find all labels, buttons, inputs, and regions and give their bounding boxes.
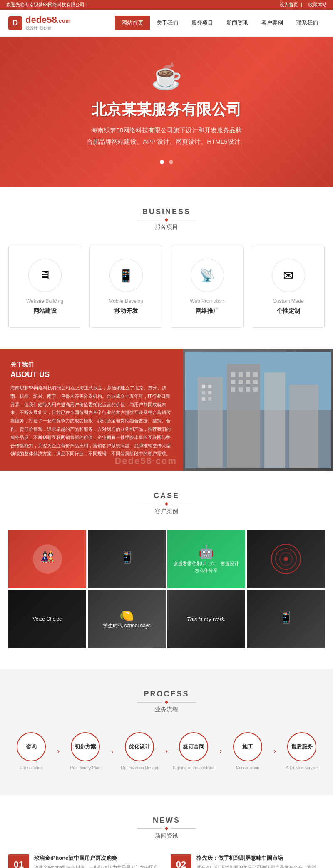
process-title-en: PROCESS bbox=[8, 690, 325, 698]
promotion-en: Web Promotion bbox=[177, 298, 237, 304]
process-step-2: 初步方案 Preliminary Plan bbox=[62, 732, 108, 770]
svg-rect-8 bbox=[202, 391, 205, 394]
hero-title: 北京某某服务有限公司 bbox=[8, 100, 325, 120]
about-text: 关于我们 ABOUT US 海南织梦58网络科技有限公司在上海正式成立，并陆续建… bbox=[0, 349, 183, 471]
hero-dot-2[interactable] bbox=[169, 160, 173, 164]
hero-dot-1[interactable] bbox=[160, 160, 164, 164]
main-nav: 网站首页 关于我们 服务项目 新闻资讯 客户案例 联系我们 bbox=[115, 16, 325, 30]
process-step-3: 优化设计 Optimization Design bbox=[117, 732, 162, 770]
case-2-icon: 📱 bbox=[110, 542, 144, 576]
business-title-zh: 服务项目 bbox=[8, 224, 325, 231]
svg-rect-17 bbox=[239, 380, 243, 384]
svg-rect-21 bbox=[239, 387, 243, 392]
case-2-inner: 📱 bbox=[88, 530, 166, 588]
news-title-zh: 新闻资讯 bbox=[8, 832, 325, 840]
svg-rect-20 bbox=[231, 387, 235, 392]
case-item-8[interactable]: 📱 bbox=[247, 590, 325, 648]
case-6-content: 🍋 学生时代 school days bbox=[103, 609, 151, 629]
business-section-title: BUSINESS 服务项目 bbox=[8, 207, 325, 231]
case-7-inner: This is my work. bbox=[167, 590, 245, 648]
step-arrow-4: › bbox=[216, 747, 225, 756]
case-item-6[interactable]: 🍋 学生时代 school days bbox=[88, 590, 166, 648]
step-circle-1: 咨询 bbox=[17, 732, 46, 761]
top-bar: 欢迎光临海南织梦58网络科技有限公司！ 设为首页 ｜ 收藏本站 bbox=[0, 0, 333, 10]
nav-services[interactable]: 服务项目 bbox=[185, 16, 220, 30]
about-inner: 关于我们 ABOUT US 海南织梦58网络科技有限公司在上海正式成立，并陆续建… bbox=[0, 349, 333, 471]
nav-about[interactable]: 关于我们 bbox=[150, 16, 185, 30]
about-image bbox=[183, 349, 333, 471]
case-item-2[interactable]: 📱 bbox=[88, 530, 166, 588]
svg-rect-4 bbox=[264, 372, 285, 468]
case-5-text: Voice Choice bbox=[32, 616, 62, 622]
svg-rect-19 bbox=[253, 380, 258, 384]
svg-rect-14 bbox=[246, 372, 250, 377]
svg-rect-12 bbox=[231, 372, 235, 377]
case-item-7[interactable]: This is my work. bbox=[167, 590, 245, 648]
logo-brand: dede58.com bbox=[25, 15, 71, 25]
svg-rect-2 bbox=[198, 377, 223, 468]
step-3-en: Optimization Design bbox=[117, 766, 162, 770]
news-grid: 01 玫瑰金iPhone被中国用户两次购奏 玫瑰金iPhone到来的时候，一些媒… bbox=[8, 854, 325, 868]
about-section: 关于我们 ABOUT US 海南织梦58网络科技有限公司在上海正式成立，并陆续建… bbox=[0, 349, 333, 471]
promotion-icon: 📡 bbox=[191, 259, 224, 292]
news-content-1: 玫瑰金iPhone被中国用户两次购奏 玫瑰金iPhone到来的时候，一些媒体认为… bbox=[34, 854, 162, 868]
set-homepage-link[interactable]: 设为首页 bbox=[280, 2, 298, 7]
hero-icon: ☕ bbox=[8, 62, 325, 91]
case-section: CASE 客户案例 🎎 📱 🤖 盒服君带你刷UI（六 bbox=[0, 471, 333, 669]
step-4-zh: 签订合同 bbox=[183, 743, 204, 751]
hero-subtitle: 海南织梦58网络科技有限公司旗下设计和开发服务品牌 bbox=[8, 127, 325, 135]
process-step-4: 签订合同 Signing of the contract bbox=[171, 732, 216, 770]
website-en: Website Building bbox=[15, 298, 75, 304]
mobile-icon: 📱 bbox=[109, 259, 143, 292]
case-7-text: This is my work. bbox=[187, 616, 226, 622]
step-3-zh: 优化设计 bbox=[129, 743, 150, 751]
favorite-link[interactable]: 收藏本站 bbox=[308, 2, 327, 7]
case-3-text: 盒服君带你刷UI（六） 客服设计怎么作分享 bbox=[171, 561, 241, 574]
hero-desc: 合肥品牌网站建设、APP 设计、网页设计、HTML5设计。 bbox=[8, 138, 325, 146]
business-item-website[interactable]: 🖥 Website Building 网站建设 bbox=[8, 246, 81, 328]
case-4-swirl bbox=[269, 542, 303, 576]
business-item-mobile[interactable]: 📱 Mobile Develop 移动开发 bbox=[89, 246, 162, 328]
case-item-3[interactable]: 🤖 盒服君带你刷UI（六） 客服设计怎么作分享 bbox=[167, 530, 245, 588]
case-4-inner bbox=[247, 530, 325, 588]
nav-home[interactable]: 网站首页 bbox=[115, 16, 150, 30]
news-title-en: NEWS bbox=[8, 816, 325, 825]
svg-text:📱: 📱 bbox=[119, 550, 134, 564]
process-section: PROCESS 业务流程 咨询 Consultation › 初步方案 Prel… bbox=[0, 669, 333, 795]
about-tag: 关于我们 bbox=[10, 361, 173, 369]
news-desc-2: 就在2013年下半年新的苹果公司确认新产品发布会在上海举行，小米、华为等安卓手机… bbox=[196, 864, 325, 868]
step-circle-2: 初步方案 bbox=[71, 732, 100, 761]
svg-rect-9 bbox=[208, 391, 211, 394]
business-item-promotion[interactable]: 📡 Web Promotion 网络推广 bbox=[171, 246, 244, 328]
case-title-en: CASE bbox=[8, 491, 325, 500]
top-bar-left: 欢迎光临海南织梦58网络科技有限公司！ bbox=[6, 2, 89, 8]
news-content-2: 格先庆：做手机到刷屏意味中国市场 就在2013年下半年新的苹果公司确认新产品发布… bbox=[196, 854, 325, 868]
about-body: 海南织梦58网络科技有限公司在上海正式成立，并陆续建立了北京、苏州、济南、杭州、… bbox=[10, 384, 173, 458]
business-item-custom[interactable]: ✉ Custom Made 个性定制 bbox=[252, 246, 325, 328]
step-1-zh: 咨询 bbox=[26, 743, 37, 751]
step-6-zh: 售后服务 bbox=[291, 743, 313, 751]
hero-dots bbox=[8, 158, 325, 166]
svg-rect-13 bbox=[239, 372, 243, 377]
step-circle-5: 施工 bbox=[233, 732, 262, 761]
case-item-5[interactable]: Voice Choice bbox=[8, 590, 86, 648]
svg-rect-5 bbox=[289, 385, 318, 468]
custom-zh: 个性定制 bbox=[258, 307, 318, 315]
news-item-1[interactable]: 01 玫瑰金iPhone被中国用户两次购奏 玫瑰金iPhone到来的时候，一些媒… bbox=[8, 854, 162, 868]
logo-brand-text: dede58 bbox=[25, 15, 57, 25]
custom-en: Custom Made bbox=[258, 298, 318, 304]
case-item-4[interactable] bbox=[247, 530, 325, 588]
case-section-title: CASE 客户案例 bbox=[8, 491, 325, 515]
process-step-5: 施工 Construction bbox=[225, 732, 271, 770]
case-title-zh: 客户案例 bbox=[8, 508, 325, 515]
nav-news[interactable]: 新闻资讯 bbox=[220, 16, 255, 30]
nav-cases[interactable]: 客户案例 bbox=[255, 16, 290, 30]
news-item-2[interactable]: 02 格先庆：做手机到刷屏意味中国市场 就在2013年下半年新的苹果公司确认新产… bbox=[171, 854, 325, 868]
case-item-1[interactable]: 🎎 bbox=[8, 530, 86, 588]
svg-text:📱: 📱 bbox=[278, 610, 293, 624]
mobile-en: Mobile Develop bbox=[96, 298, 156, 304]
nav-contact[interactable]: 联系我们 bbox=[290, 16, 325, 30]
website-zh: 网站建设 bbox=[15, 307, 75, 315]
case-6-text: 学生时代 school days bbox=[103, 622, 151, 629]
step-5-en: Construction bbox=[225, 766, 271, 770]
